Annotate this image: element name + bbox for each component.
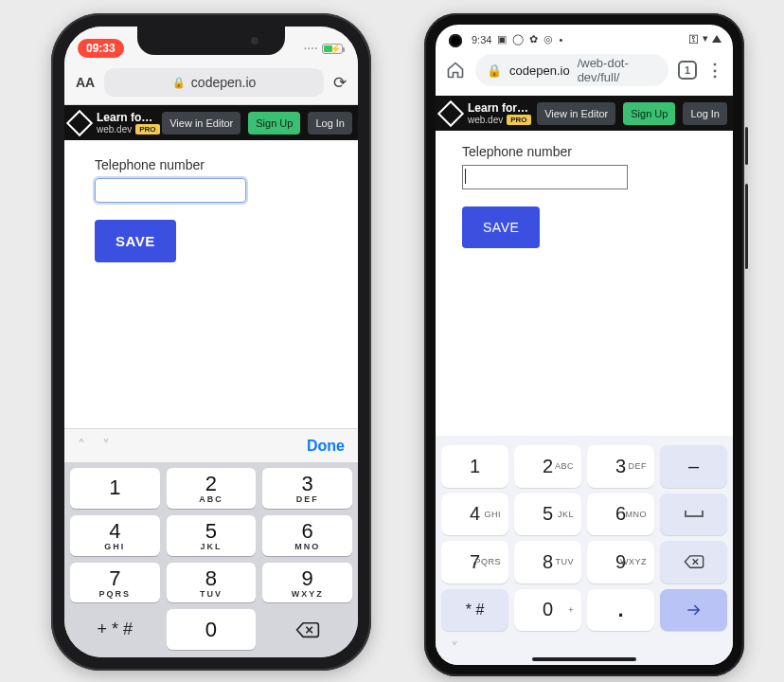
pixel-camera-hole (449, 34, 462, 47)
codepen-header: Learn forms – virt… web.dev PRO View in … (64, 105, 358, 140)
form-area: Telephone number SAVE (436, 131, 733, 261)
ios-time-recording-pill: 09:33 (78, 39, 124, 58)
pen-author: web.dev (97, 124, 132, 135)
safari-address-bar: AA 🔒 codepen.io ⟳ (64, 64, 358, 105)
form-area: Telephone number SAVE (64, 140, 358, 279)
key-5[interactable]: 5JKL (514, 494, 581, 536)
key-9[interactable]: 9WXYZ (262, 563, 352, 603)
ios-battery-indicator: ···· ⚡ (304, 44, 343, 54)
iphone-frame: 09:33 ···· ⚡ AA 🔒 codepen.io ⟳ Learn for… (51, 13, 371, 671)
pen-title: Learn forms – virt… (97, 111, 154, 124)
status-icon: ▣ (497, 33, 507, 45)
iphone-notch (137, 27, 285, 55)
save-button[interactable]: SAVE (462, 206, 540, 248)
telephone-label: Telephone number (95, 157, 328, 172)
key-4[interactable]: 4GHI (441, 494, 508, 536)
chrome-url-field[interactable]: 🔒 codepen.io/web-dot-dev/full/ (475, 54, 668, 86)
signup-button[interactable]: Sign Up (623, 102, 675, 125)
key-1[interactable]: 1 (441, 445, 508, 488)
key-8[interactable]: 8TUV (167, 563, 257, 603)
key-8[interactable]: 8TUV (514, 541, 581, 583)
enter-key[interactable] (660, 589, 727, 632)
pro-badge: PRO (135, 124, 159, 135)
backspace-icon (295, 620, 320, 639)
lock-icon: 🔒 (172, 77, 186, 89)
android-numeric-keypad: 1 2ABC 3DEF – 4GHI 5JKL 6MNO 7PQRS 8TUV … (436, 436, 733, 665)
arrow-right-icon (684, 601, 704, 619)
chrome-menu-icon[interactable]: ⋮ (706, 60, 723, 81)
key-7[interactable]: 7PQRS (441, 541, 508, 583)
view-in-editor-button[interactable]: View in Editor (537, 102, 615, 125)
android-status-bar: 9:34 ▣ ◯ ✿ ◎ • ⚿ ▾ (436, 25, 733, 48)
key-9[interactable]: 9WXYZ (587, 541, 654, 583)
view-in-editor-button[interactable]: View in Editor (162, 112, 241, 135)
save-button[interactable]: SAVE (95, 220, 176, 262)
volume-rocker (745, 184, 748, 269)
space-icon (683, 508, 705, 521)
key-2[interactable]: 2ABC (167, 468, 257, 509)
reload-icon[interactable]: ⟳ (333, 73, 347, 93)
login-button[interactable]: Log In (683, 102, 727, 125)
key-0[interactable]: 0+ (514, 589, 581, 632)
pixel-frame: 9:34 ▣ ◯ ✿ ◎ • ⚿ ▾ 🔒 codepen.io/web-dot-… (424, 13, 744, 676)
ios-numeric-keypad: 1 2ABC 3DEF 4GHI 5JKL 6MNO 7PQRS 8TUV 9W… (64, 462, 358, 657)
lock-icon: 🔒 (487, 63, 502, 78)
key-5[interactable]: 5JKL (167, 515, 257, 556)
telephone-label: Telephone number (462, 144, 706, 159)
keyboard-collapse-handle[interactable]: ˅ (441, 637, 727, 659)
status-icon: ◎ (543, 33, 553, 45)
chrome-home-icon[interactable] (445, 61, 466, 80)
power-button (745, 127, 748, 165)
key-4[interactable]: 4GHI (70, 515, 160, 556)
key-6[interactable]: 6MNO (587, 494, 654, 536)
key-dash[interactable]: – (660, 445, 727, 488)
telephone-input[interactable] (462, 165, 628, 189)
android-nav-pill[interactable] (532, 657, 636, 661)
key-7[interactable]: 7PQRS (70, 563, 160, 603)
codepen-header: Learn forms – virt… web.dev PRO View in … (436, 96, 733, 131)
iphone-screen: 09:33 ···· ⚡ AA 🔒 codepen.io ⟳ Learn for… (64, 27, 358, 657)
signup-button[interactable]: Sign Up (248, 112, 300, 135)
status-icon: ◯ (512, 33, 524, 45)
telephone-input[interactable] (95, 178, 246, 203)
pro-badge: PRO (507, 115, 530, 125)
key-3[interactable]: 3DEF (587, 445, 654, 488)
status-icon: ✿ (529, 33, 538, 45)
keyboard-done-button[interactable]: Done (307, 438, 345, 455)
android-time: 9:34 (472, 34, 491, 45)
login-button[interactable]: Log In (308, 112, 352, 135)
vpn-key-icon: ⚿ (688, 33, 699, 45)
pixel-screen: 9:34 ▣ ◯ ✿ ◎ • ⚿ ▾ 🔒 codepen.io/web-dot-… (436, 25, 733, 665)
key-dot[interactable]: . (587, 589, 654, 632)
battery-icon (712, 35, 722, 43)
safari-url-field[interactable]: 🔒 codepen.io (104, 68, 324, 97)
ios-keyboard-accessory: ˄ ˅ Done (64, 428, 358, 462)
backspace-key[interactable] (660, 541, 727, 583)
key-symbols[interactable]: + * # (70, 609, 160, 650)
url-path: /web-dot-dev/full/ (578, 56, 657, 84)
backspace-key[interactable] (262, 609, 352, 650)
codepen-logo-icon (437, 99, 464, 126)
key-2[interactable]: 2ABC (514, 445, 581, 488)
key-3[interactable]: 3DEF (262, 468, 352, 509)
key-0[interactable]: 0 (167, 609, 257, 650)
url-host: codepen.io (509, 63, 570, 78)
key-6[interactable]: 6MNO (262, 515, 352, 556)
chrome-toolbar: 🔒 codepen.io/web-dot-dev/full/ 1 ⋮ (436, 48, 733, 96)
pen-author: web.dev (468, 115, 503, 125)
backspace-icon (684, 553, 704, 570)
url-host: codepen.io (191, 75, 257, 90)
codepen-logo-icon (66, 109, 93, 135)
status-icon: • (559, 34, 562, 45)
pen-title: Learn forms – virt… (468, 101, 529, 115)
prev-field-icon[interactable]: ˄ (78, 438, 85, 454)
reader-aa-icon[interactable]: AA (76, 75, 95, 90)
key-space[interactable] (660, 494, 727, 536)
key-star-hash[interactable]: * # (441, 589, 508, 632)
key-1[interactable]: 1 (70, 468, 160, 509)
next-field-icon[interactable]: ˅ (102, 438, 110, 454)
chrome-tabs-button[interactable]: 1 (678, 61, 697, 80)
wifi-icon: ▾ (703, 32, 708, 45)
